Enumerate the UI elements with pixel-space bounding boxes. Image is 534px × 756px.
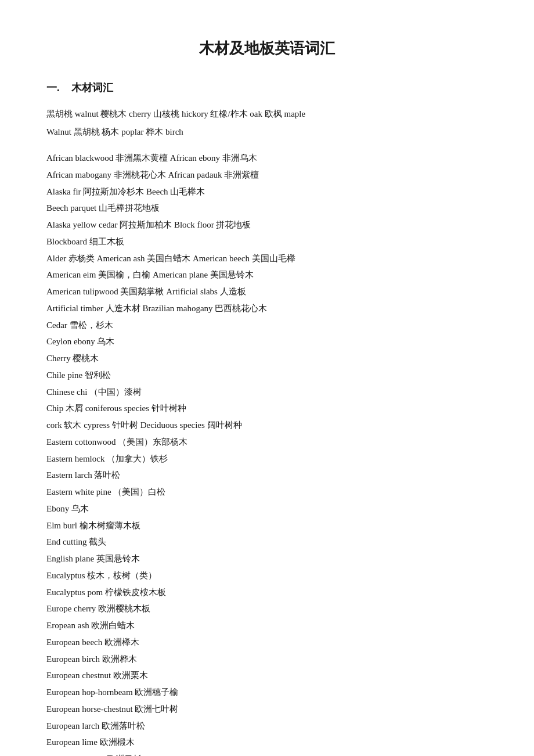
page-title: 木材及地板英语词汇: [46, 35, 488, 62]
section-num: 一.: [46, 78, 60, 97]
entry-line: Alaska fir 阿拉斯加冷杉木 Beech 山毛榉木: [46, 184, 488, 200]
entry-line: English plane 英国悬铃木: [46, 551, 488, 567]
entry-line: Eastern cottonwood （美国）东部杨木: [46, 434, 488, 451]
entry-line: Alder 赤杨类 American ash 美国白蜡木 American be…: [46, 251, 488, 267]
entry-line: African mabogany 非洲桃花心木 African padauk 非…: [46, 167, 488, 183]
intro-block: 黑胡桃 walnut 樱桃木 cherry 山核桃 hickory 红橡/柞木 …: [46, 106, 488, 140]
entry-line: Blockboard 细工木板: [46, 234, 488, 250]
entry-line: Eucalyptus pom 柠檬铁皮桉木板: [46, 585, 488, 601]
entry-line: Eastern larch 落叶松: [46, 467, 488, 484]
entry-line: European birch 欧洲桦木: [46, 651, 488, 668]
entry-line: End cutting 截头: [46, 534, 488, 550]
entry-line: European beech 欧洲榉木: [46, 635, 488, 651]
entry-line: African blackwood 非洲黑木黄檀 African ebony 非…: [46, 150, 488, 167]
entry-line: Chile pine 智利松: [46, 368, 488, 384]
entry-line: European spruce 欧洲云杉: [46, 751, 488, 756]
entry-line: Chinese chi （中国）漆树: [46, 384, 488, 401]
section-title: 木材词汇: [71, 78, 113, 97]
entry-line: Cedar 雪松，杉木: [46, 318, 488, 334]
entry-line: European larch 欧洲落叶松: [46, 718, 488, 735]
entry-line: Eropean ash 欧洲白蜡木: [46, 618, 488, 634]
entry-line: European chestnut 欧洲栗木: [46, 668, 488, 684]
entry-line: Chip 木屑 coniferous species 针叶树种: [46, 401, 488, 417]
section-heading: 一. 木材词汇: [46, 78, 488, 97]
entry-line: Beech parquet 山毛榉拼花地板: [46, 200, 488, 217]
entry-line: European hop-hornbeam 欧洲穗子榆: [46, 685, 488, 701]
entry-line: Eucalyptus 桉木，桉树（类）: [46, 568, 488, 584]
entry-line: European horse-chestnut 欧洲七叶树: [46, 701, 488, 718]
entry-line: Eastern white pine （美国）白松: [46, 484, 488, 501]
entry-line: European lime 欧洲椴木: [46, 735, 488, 751]
entries-block: African blackwood 非洲黑木黄檀 African ebony 非…: [46, 150, 488, 756]
entry-line: Europe cherry 欧洲樱桃木板: [46, 601, 488, 617]
entry-line: Artificial timber 人造木材 Brazilian mahogan…: [46, 301, 488, 317]
intro-line: 黑胡桃 walnut 樱桃木 cherry 山核桃 hickory 红橡/柞木 …: [46, 106, 488, 122]
entry-line: Alaska yellow cedar 阿拉斯加柏木 Block floor 拼…: [46, 217, 488, 233]
entry-line: American eim 美国榆，白榆 American plane 美国悬铃木: [46, 267, 488, 283]
entry-line: American tulipwood 美国鹅掌楸 Artificial slab…: [46, 284, 488, 300]
entry-line: Ebony 乌木: [46, 501, 488, 517]
entry-line: Cherry 樱桃木: [46, 351, 488, 367]
entry-line: Elm burl 榆木树瘤薄木板: [46, 518, 488, 534]
intro-line: Walnut 黑胡桃 杨木 poplar 桦木 birch: [46, 124, 488, 140]
entry-line: Ceylon ebony 乌木: [46, 334, 488, 350]
entry-line: cork 软木 cypress 针叶树 Deciduous species 阔叶…: [46, 417, 488, 434]
entry-line: Eastern hemlock （加拿大）铁杉: [46, 451, 488, 467]
